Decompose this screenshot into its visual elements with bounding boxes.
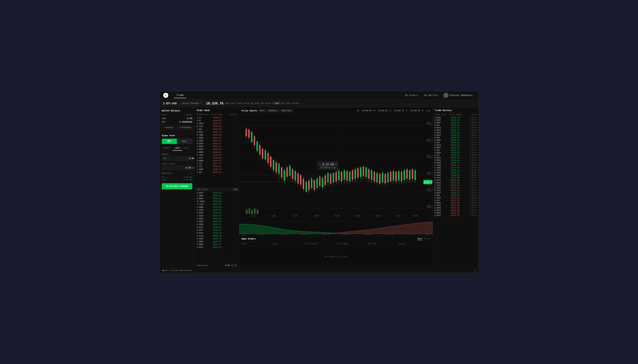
- oo-col-filled: Filled (BTC): [304, 243, 336, 245]
- bid-size: 1.0000: [197, 240, 210, 242]
- sell-tab[interactable]: SELL: [177, 139, 192, 144]
- overlay-selector[interactable]: Overlay ▾: [280, 109, 294, 112]
- aggregation-decrease-button[interactable]: −: [231, 264, 234, 267]
- list-item[interactable]: 0.0984 10333.50 -: [195, 197, 239, 200]
- list-item[interactable]: 0.0688 10342.15 -: [195, 142, 239, 145]
- spread-label: USD Spread: [197, 188, 208, 190]
- list-item[interactable]: 2.0000 10342.85 -: [195, 136, 239, 139]
- list-item[interactable]: 3.0000 10331.00 -: [195, 206, 239, 208]
- list-item[interactable]: 0.1000 10342.65 -: [195, 139, 239, 142]
- svg-text:2:00: 2:00: [293, 214, 297, 218]
- deposit-button[interactable]: ⊕ DEPOSIT: [162, 126, 177, 130]
- chart-type-selector[interactable]: Candle ▾: [267, 109, 279, 112]
- select-market-dropdown[interactable]: Select Market ▾: [180, 102, 202, 105]
- list-item[interactable]: 1.007 10344.00 -: [195, 128, 239, 130]
- svg-text:$10,530: $10,530: [406, 234, 414, 235]
- advanced-toggle[interactable]: Advanced ▾: [162, 172, 192, 174]
- list-item[interactable]: 0.0010 10328.15 -: [195, 217, 239, 220]
- user-area[interactable]: Satoshi Nakamoto ▾: [443, 93, 475, 98]
- limit-price-group: Limit Price USD: [162, 162, 192, 170]
- nav-tab-trade[interactable]: Trade: [174, 92, 186, 98]
- list-item[interactable]: 6.0000 10325.25 -: [195, 243, 239, 246]
- list-item[interactable]: 4.0045 10335.05 -: [195, 191, 239, 194]
- timeframe-selector[interactable]: 5m ▾: [259, 109, 266, 112]
- list-item[interactable]: 3.0268 10329.00 -: [195, 214, 239, 217]
- list-item[interactable]: 0.1000 10327.25 -: [195, 223, 239, 226]
- limit-tab[interactable]: LIMIT: [173, 146, 182, 151]
- wallet-row-usd: USD 0.00: [162, 117, 192, 120]
- list-item[interactable]: 1.0000 10327.95 -: [195, 220, 239, 223]
- wallet-col-asset: Asset: [162, 114, 167, 116]
- my-wallets-button[interactable]: My Wallets: [423, 93, 440, 97]
- oo-tab-fills[interactable]: Fills: [424, 237, 430, 240]
- withdraw-button[interactable]: ⊖ WITHDRAW: [178, 126, 192, 130]
- my-orders-button[interactable]: My Orders: [404, 93, 419, 97]
- depth-chart[interactable]: -300 $10,180 $10,230 $10,280 $10,330 $10…: [239, 221, 432, 236]
- list-item[interactable]: 3.0000 10336.35 -: [195, 168, 239, 171]
- chevron-down-icon: ▾: [276, 110, 278, 112]
- place-buy-order-button[interactable]: PLACE BUY ORDER: [162, 183, 192, 189]
- list-item[interactable]: 1.0000 10340.65 -: [195, 151, 239, 154]
- max-link[interactable]: Max: [164, 158, 167, 160]
- list-item[interactable]: 0.7599 10340.35 -: [195, 154, 239, 156]
- list-item[interactable]: 0.6168 10326.30 -: [195, 234, 239, 237]
- list-item[interactable]: 0.0021 10324.50 -: [195, 246, 239, 249]
- svg-rect-150: [249, 208, 250, 214]
- list-item[interactable]: 0.0322 10326.50 -: [195, 226, 239, 228]
- list-item[interactable]: 2.5000 10334.95 -: [195, 194, 239, 197]
- trade-time: 9:48:22: [464, 214, 476, 216]
- ask-price: 10337.35: [210, 163, 224, 164]
- list-item[interactable]: 0.0500 10325.75 -: [195, 237, 239, 240]
- list-item[interactable]: 5.601 10336.30 -: [195, 171, 239, 174]
- list-item: 0.0463 10336.71↗ 9:49:48: [433, 129, 478, 131]
- buy-tab[interactable]: BUY: [162, 139, 177, 144]
- list-item[interactable]: 0.132 10337.35 -: [195, 162, 239, 165]
- list-item[interactable]: 3.14 10344.45 -: [195, 116, 239, 119]
- svg-rect-40: [267, 153, 269, 163]
- amount-input[interactable]: [167, 157, 194, 160]
- trade-size: 0.0234: [434, 204, 446, 206]
- candlestick-chart[interactable]: $10,425 $10,400 $10,375 $10,350 $10,336.…: [239, 114, 432, 221]
- spread-value: 1.19: [233, 188, 237, 190]
- list-item[interactable]: 0.0023 10326.40 -: [195, 232, 239, 234]
- list-item[interactable]: 2.414 10336.55 -: [195, 165, 239, 168]
- list-item[interactable]: 1.2904 10329.35 -: [195, 208, 239, 212]
- ask-my-size: -: [224, 146, 237, 148]
- svg-rect-72: [311, 178, 312, 188]
- list-item[interactable]: 1.4371 10340.00 -: [195, 156, 239, 159]
- svg-rect-68: [306, 182, 307, 192]
- aggregation-increase-button[interactable]: +: [234, 264, 237, 267]
- order-book-title: Order Book: [195, 107, 239, 113]
- list-item[interactable]: 0.0999 10329.25 -: [195, 212, 239, 214]
- app-logo[interactable]: C: [163, 93, 168, 98]
- list-item[interactable]: 25.3000 10333.00 -: [195, 200, 239, 203]
- stop-tab[interactable]: STOP: [182, 146, 191, 151]
- change-label: 24h price: [260, 102, 271, 104]
- chart-forward-arrow[interactable]: ▶: [429, 110, 430, 112]
- svg-rect-42: [270, 156, 272, 167]
- market-tab[interactable]: MARKET: [162, 146, 173, 151]
- list-item[interactable]: 0.0047 10343.75 -: [195, 130, 239, 134]
- bid-size: 6.0000: [197, 244, 210, 246]
- list-item[interactable]: 0.2999 10344.35 -: [195, 122, 239, 125]
- ask-price: 10340.00: [210, 157, 224, 159]
- ohlcv-display: O: 10,338.05 H: 10,338.05 L: 10,336.78 C…: [358, 110, 428, 112]
- limit-price-input[interactable]: [164, 166, 191, 169]
- settings-icon[interactable]: ⚙: [474, 269, 475, 272]
- list-item[interactable]: 0.7599 10332.90 -: [195, 203, 239, 206]
- list-item[interactable]: 0.0037 10326.45 -: [195, 228, 239, 232]
- aggregation-label: Aggregation: [197, 264, 209, 266]
- list-item[interactable]: 1.0000 10325.45 -: [195, 240, 239, 243]
- list-item[interactable]: 0.1000 10342.90 -: [195, 134, 239, 136]
- list-item[interactable]: 0.01 10344.40 -: [195, 119, 239, 122]
- trade-time: 9:49:06: [464, 169, 476, 171]
- svg-rect-66: [303, 179, 304, 189]
- list-item[interactable]: 0.5922 10344.30 -: [195, 125, 239, 128]
- svg-rect-100: [349, 172, 351, 182]
- list-item[interactable]: 0.6000 10341.80 -: [195, 148, 239, 151]
- svg-text:$10,180: $10,180: [258, 234, 265, 235]
- oo-tab-open[interactable]: Open: [417, 237, 422, 240]
- bid-price: 10325.75: [210, 238, 224, 240]
- list-item[interactable]: 2.0000 10341.95 -: [195, 145, 239, 148]
- list-item[interactable]: 3.0000 10339.25 -: [195, 159, 239, 162]
